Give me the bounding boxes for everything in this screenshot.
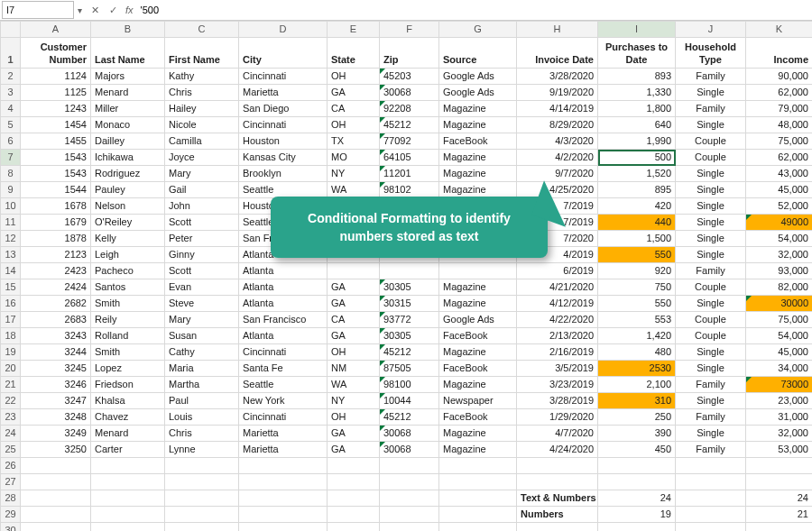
cell-D20[interactable]: Santa Fe (239, 361, 328, 377)
row-header-18[interactable]: 18 (1, 328, 21, 344)
cell-D30[interactable] (239, 523, 328, 532)
cell-A23[interactable]: 3248 (21, 409, 91, 426)
cell-D27[interactable] (239, 474, 328, 490)
header-cell-C[interactable]: First Name (165, 38, 239, 69)
cell-H28[interactable]: Text & Numbers (517, 490, 598, 507)
cell-E17[interactable]: CA (328, 312, 380, 328)
cell-B7[interactable]: Ichikawa (91, 150, 165, 166)
cell-B17[interactable]: Reily (91, 312, 165, 328)
cell-C4[interactable]: Hailey (165, 101, 239, 117)
cell-B13[interactable]: Leigh (91, 247, 165, 263)
column-header-A[interactable]: A (21, 22, 91, 38)
cell-B20[interactable]: Lopez (91, 361, 165, 377)
cell-A18[interactable]: 3243 (21, 328, 91, 344)
cell-K27[interactable] (746, 474, 813, 490)
cell-K15[interactable]: 82,000 (746, 279, 813, 296)
cell-F2[interactable]: 45203 (380, 69, 439, 85)
cell-C21[interactable]: Martha (165, 377, 239, 393)
row-header-15[interactable]: 15 (1, 279, 21, 296)
column-header-J[interactable]: J (676, 22, 746, 38)
row-header-3[interactable]: 3 (1, 85, 21, 101)
cell-I14[interactable]: 920 (598, 263, 676, 279)
cell-C28[interactable] (165, 490, 239, 507)
cell-B15[interactable]: Santos (91, 279, 165, 296)
cell-F23[interactable]: 45212 (380, 409, 439, 426)
cell-I25[interactable]: 450 (598, 442, 676, 458)
cell-K4[interactable]: 79,000 (746, 101, 813, 117)
cell-G5[interactable]: Magazine (439, 117, 517, 133)
cell-G15[interactable]: Magazine (439, 279, 517, 296)
cell-E2[interactable]: OH (328, 69, 380, 85)
column-header-H[interactable]: H (517, 22, 598, 38)
header-cell-G[interactable]: Source (439, 38, 517, 69)
row-header-14[interactable]: 14 (1, 263, 21, 279)
cell-H18[interactable]: 2/13/2020 (517, 328, 598, 344)
cell-F19[interactable]: 45212 (380, 344, 439, 361)
row-header-16[interactable]: 16 (1, 296, 21, 312)
cell-D24[interactable]: Marietta (239, 426, 328, 442)
cell-I15[interactable]: 750 (598, 279, 676, 296)
cell-G18[interactable]: FaceBook (439, 328, 517, 344)
cell-J24[interactable]: Single (676, 426, 746, 442)
row-header-4[interactable]: 4 (1, 101, 21, 117)
header-cell-E[interactable]: State (328, 38, 380, 69)
cell-C5[interactable]: Nicole (165, 117, 239, 133)
cell-H29[interactable]: Numbers (517, 507, 598, 523)
cell-J21[interactable]: Family (676, 377, 746, 393)
cell-B2[interactable]: Majors (91, 69, 165, 85)
cell-G4[interactable]: Magazine (439, 101, 517, 117)
cell-A15[interactable]: 2424 (21, 279, 91, 296)
cell-E9[interactable]: WA (328, 182, 380, 198)
cell-E25[interactable]: GA (328, 442, 380, 458)
cell-H19[interactable]: 2/16/2019 (517, 344, 598, 361)
header-cell-J[interactable]: Household Type (676, 38, 746, 69)
cell-C16[interactable]: Steve (165, 296, 239, 312)
cell-C7[interactable]: Joyce (165, 150, 239, 166)
column-header-G[interactable]: G (439, 22, 517, 38)
cell-K25[interactable]: 53,000 (746, 442, 813, 458)
cell-C25[interactable]: Lynne (165, 442, 239, 458)
cell-A29[interactable] (21, 507, 91, 523)
cell-A6[interactable]: 1455 (21, 133, 91, 150)
cell-A4[interactable]: 1243 (21, 101, 91, 117)
cell-G19[interactable]: Magazine (439, 344, 517, 361)
cell-C23[interactable]: Louis (165, 409, 239, 426)
cell-A20[interactable]: 3245 (21, 361, 91, 377)
cell-D2[interactable]: Cincinnati (239, 69, 328, 85)
cell-D8[interactable]: Brooklyn (239, 166, 328, 182)
column-header-F[interactable]: F (380, 22, 439, 38)
row-header-30[interactable]: 30 (1, 523, 21, 532)
cell-F20[interactable]: 87505 (380, 361, 439, 377)
cell-A25[interactable]: 3250 (21, 442, 91, 458)
cell-A22[interactable]: 3247 (21, 393, 91, 409)
cell-J11[interactable]: Single (676, 215, 746, 231)
cell-G26[interactable] (439, 458, 517, 474)
cell-H30[interactable] (517, 523, 598, 532)
cell-E20[interactable]: NM (328, 361, 380, 377)
cell-F30[interactable] (380, 523, 439, 532)
row-header-12[interactable]: 12 (1, 231, 21, 247)
cell-K28[interactable]: 24 (746, 490, 813, 507)
cell-J27[interactable] (676, 474, 746, 490)
cell-F25[interactable]: 30068 (380, 442, 439, 458)
cell-I7[interactable]: 500 (598, 150, 676, 166)
cell-K29[interactable]: 21 (746, 507, 813, 523)
cell-I17[interactable]: 553 (598, 312, 676, 328)
cell-D21[interactable]: Seattle (239, 377, 328, 393)
row-header-6[interactable]: 6 (1, 133, 21, 150)
cell-B22[interactable]: Khalsa (91, 393, 165, 409)
cell-E3[interactable]: GA (328, 85, 380, 101)
header-cell-I[interactable]: Purchases to Date (598, 38, 676, 69)
cell-B3[interactable]: Menard (91, 85, 165, 101)
cell-F14[interactable] (380, 263, 439, 279)
cell-E7[interactable]: MO (328, 150, 380, 166)
cell-B5[interactable]: Monaco (91, 117, 165, 133)
cell-F22[interactable]: 10044 (380, 393, 439, 409)
cell-K10[interactable]: 52,000 (746, 198, 813, 215)
cell-H27[interactable] (517, 474, 598, 490)
cell-J20[interactable]: Single (676, 361, 746, 377)
cell-I6[interactable]: 1,990 (598, 133, 676, 150)
cell-E18[interactable]: GA (328, 328, 380, 344)
cell-H20[interactable]: 3/5/2019 (517, 361, 598, 377)
cell-J17[interactable]: Couple (676, 312, 746, 328)
